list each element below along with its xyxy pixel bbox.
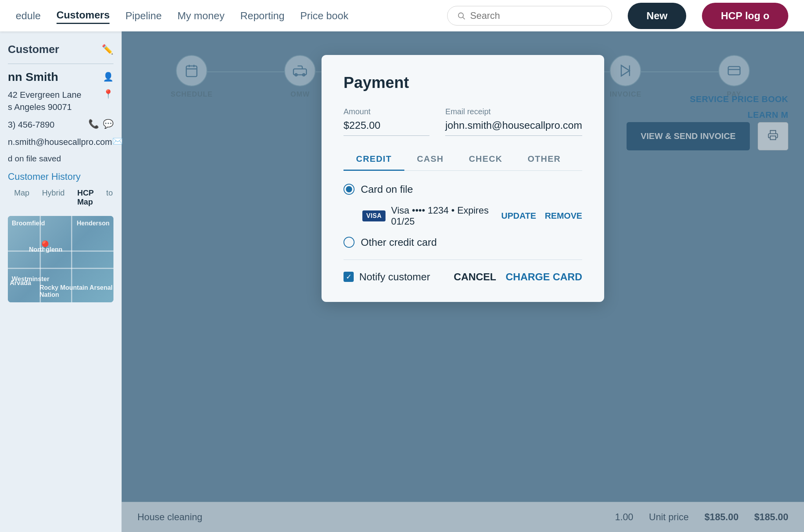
- visa-badge: VISA: [362, 210, 386, 221]
- map-tab-map[interactable]: Map: [8, 185, 36, 210]
- update-card-link[interactable]: UPDATE: [501, 211, 536, 221]
- card-on-file-radio[interactable]: [344, 184, 354, 195]
- other-card-radio[interactable]: [344, 237, 354, 248]
- tab-credit[interactable]: CREDIT: [344, 148, 404, 171]
- divider: [344, 260, 582, 260]
- modal-footer: ✓ Notify customer CANCEL CHARGE CARD: [344, 271, 582, 283]
- email-row: n.smith@housecallpro.com ✉️: [8, 136, 113, 148]
- page-content: SCHEDULE OMW START FINISH: [122, 31, 804, 532]
- nav-item-schedule[interactable]: edule: [16, 8, 41, 24]
- nav-item-reporting[interactable]: Reporting: [240, 8, 285, 24]
- footer-buttons: CANCEL CHARGE CARD: [454, 271, 582, 283]
- search-icon: [457, 11, 466, 20]
- nav-item-pipeline[interactable]: Pipeline: [125, 8, 162, 24]
- email-receipt-label: Email receipt: [445, 107, 582, 116]
- contact-icon[interactable]: 👤: [103, 72, 113, 82]
- card-details-text: Visa •••• 1234 • Expires 01/25: [391, 205, 492, 227]
- map-label-rocky: Rocky Mountain Arsenal Nation: [40, 284, 113, 298]
- map-area: Broomfield Henderson Northglenn Westmins…: [8, 216, 113, 302]
- nav-item-mymoney[interactable]: My money: [177, 8, 225, 24]
- notify-label: Notify customer: [359, 271, 430, 283]
- amount-group: Amount $225.00: [344, 107, 429, 136]
- modal-overlay: Payment Amount $225.00 Email receipt joh…: [122, 31, 804, 532]
- card-on-file-option[interactable]: Card on file: [344, 183, 582, 196]
- other-card-label: Other credit card: [361, 236, 437, 249]
- map-label-arvada: Arvada: [10, 280, 31, 287]
- cancel-button[interactable]: CANCEL: [454, 271, 496, 283]
- main-content: Customer ✏️ nn Smith 👤 42 Evergreen Lane…: [0, 31, 804, 532]
- customer-name: nn Smith 👤: [8, 70, 113, 84]
- map-tab-to[interactable]: to: [100, 185, 119, 210]
- search-bar[interactable]: [447, 6, 612, 26]
- nav-item-pricebook[interactable]: Price book: [300, 8, 349, 24]
- card-saved-text: d on file saved: [8, 154, 113, 163]
- map-tabs: Map Hybrid HCP Map to: [8, 185, 113, 210]
- tab-cash[interactable]: CASH: [404, 148, 456, 171]
- hcp-login-button[interactable]: HCP log o: [702, 3, 788, 29]
- message-icon[interactable]: 💬: [103, 119, 113, 129]
- location-icon[interactable]: 📍: [103, 89, 113, 99]
- edit-icon[interactable]: ✏️: [102, 44, 113, 55]
- svg-point-0: [458, 13, 463, 18]
- card-info: VISA Visa •••• 1234 • Expires 01/25 UPDA…: [362, 205, 582, 227]
- payment-tabs: CREDIT CASH CHECK OTHER: [344, 148, 582, 171]
- nav-item-customers[interactable]: Customers: [57, 7, 110, 24]
- phone-icon[interactable]: 📞: [88, 119, 99, 129]
- svg-line-1: [463, 17, 465, 19]
- map-label-broomfield: Broomfield: [12, 220, 45, 227]
- address-row: 42 Evergreen Lane s Angeles 90071 📍: [8, 89, 113, 113]
- email-icon[interactable]: ✉️: [112, 136, 123, 146]
- email-group: Email receipt john.smith@housecallpro.co…: [445, 107, 582, 136]
- notify-row: ✓ Notify customer: [344, 271, 430, 283]
- customer-history-link[interactable]: Customer History: [8, 171, 113, 182]
- form-row: Amount $225.00 Email receipt john.smith@…: [344, 107, 582, 136]
- payment-modal: Payment Amount $225.00 Email receipt joh…: [322, 55, 604, 302]
- map-tab-hcp[interactable]: HCP Map: [71, 185, 100, 210]
- map-label-henderson: Henderson: [77, 220, 110, 227]
- sidebar: Customer ✏️ nn Smith 👤 42 Evergreen Lane…: [0, 31, 122, 532]
- modal-title: Payment: [344, 74, 582, 91]
- amount-label: Amount: [344, 107, 429, 116]
- charge-card-button[interactable]: CHARGE CARD: [506, 271, 582, 283]
- notify-checkbox[interactable]: ✓: [344, 272, 354, 282]
- card-on-file-label: Card on file: [361, 183, 413, 196]
- amount-value[interactable]: $225.00: [344, 119, 429, 136]
- navbar: edule Customers Pipeline My money Report…: [0, 0, 804, 31]
- map-pin: 📍: [37, 240, 53, 255]
- email-receipt-value[interactable]: john.smith@housecallpro.com: [445, 119, 582, 136]
- other-credit-card-option[interactable]: Other credit card: [344, 236, 582, 249]
- search-input[interactable]: [470, 10, 602, 21]
- phone-row: 3) 456-7890 📞 💬: [8, 119, 113, 131]
- map-tab-hybrid[interactable]: Hybrid: [36, 185, 71, 210]
- tab-other[interactable]: OTHER: [515, 148, 574, 171]
- sidebar-section-title: Customer ✏️: [8, 43, 113, 56]
- new-button[interactable]: New: [628, 3, 686, 29]
- tab-check[interactable]: CHECK: [456, 148, 515, 171]
- remove-card-link[interactable]: REMOVE: [545, 211, 582, 221]
